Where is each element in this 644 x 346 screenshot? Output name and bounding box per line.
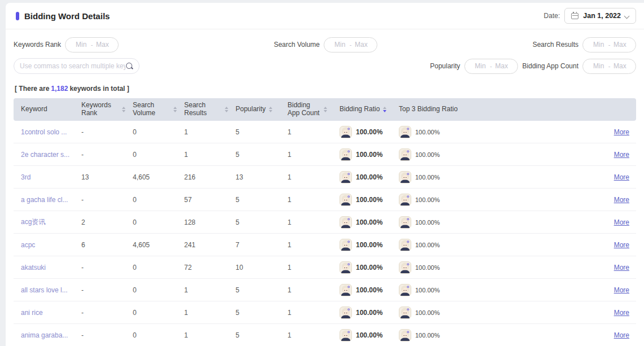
col-header-search-results[interactable]: Search Results [177, 98, 228, 121]
bidding-app-count-cell: 1 [280, 196, 332, 204]
keyword-cell[interactable]: ani rice [14, 309, 74, 317]
col-header-popularity[interactable]: Popularity [228, 98, 280, 121]
search-results-range: - [582, 37, 636, 52]
top3-bidding-ratio-value: 100.00% [415, 219, 440, 226]
keyword-cell[interactable]: 1control solo ... [14, 128, 74, 136]
keyword-cell[interactable]: 3rd [14, 173, 74, 181]
bidding-word-details-panel: Bidding Word Details Date: Jan 1, 2022 K… [6, 3, 644, 346]
table-row: all stars love l...-0151 100.00% 100.00%… [14, 279, 636, 301]
sort-icon[interactable] [324, 107, 327, 112]
keyword-cell[interactable]: akatsuki [14, 264, 74, 271]
more-cell: More [602, 309, 636, 317]
col-header-label: Bidding Ratio [340, 106, 380, 113]
app-icon [399, 284, 411, 296]
app-icon [399, 148, 411, 161]
more-cell: More [602, 331, 636, 339]
sort-icon[interactable] [383, 107, 386, 112]
search-results-min-input[interactable] [590, 41, 608, 49]
top3-bidding-ratio-cell: 100.00% [391, 216, 602, 229]
search-results-max-input[interactable] [611, 41, 629, 49]
bidding-ratio-cell: 100.00% [332, 306, 391, 319]
keyword-cell[interactable]: acg资讯 [14, 217, 74, 227]
more-cell: More [602, 264, 636, 271]
search-volume-cell: 0 [125, 286, 177, 294]
keywords-rank-max-input[interactable] [93, 41, 111, 49]
more-link[interactable]: More [614, 173, 629, 181]
more-link[interactable]: More [614, 128, 629, 136]
search-volume-min-input[interactable] [331, 41, 349, 49]
filter-row-1: Keywords Rank - Search Volume - Search R… [14, 34, 636, 55]
app-icon [399, 329, 411, 341]
keyword-search-input[interactable] [20, 62, 125, 70]
popularity-cell: 5 [228, 218, 280, 226]
search-icon[interactable] [125, 62, 133, 70]
app-icon [399, 171, 411, 183]
col-header-bidding-ratio[interactable]: Bidding Ratio [332, 98, 391, 121]
search-results-cell: 1 [177, 286, 228, 294]
more-link[interactable]: More [614, 241, 629, 249]
bidding-app-count-min-input[interactable] [590, 62, 608, 70]
bidding-ratio-value: 100.00% [356, 286, 382, 294]
app-icon [399, 194, 411, 206]
top3-bidding-ratio-cell: 100.00% [391, 171, 602, 183]
popularity-cell: 5 [228, 309, 280, 317]
popularity-cell: 7 [228, 241, 280, 249]
more-link[interactable]: More [614, 331, 629, 339]
keyword-cell[interactable]: anima garaba... [14, 331, 74, 339]
keywords-rank-cell: - [74, 151, 125, 159]
more-link[interactable]: More [614, 264, 629, 271]
bidding-app-count-max-input[interactable] [611, 62, 629, 70]
table-row: acg资讯2012851 100.00% 100.00%More [14, 211, 636, 234]
col-header-keywords-rank[interactable]: Keywords Rank [74, 98, 125, 121]
app-icon [340, 194, 352, 206]
bidding-ratio-cell: 100.00% [332, 148, 391, 161]
top3-bidding-ratio-value: 100.00% [415, 242, 440, 248]
search-volume-max-input[interactable] [352, 41, 370, 49]
calendar-icon [571, 12, 579, 20]
bidding-ratio-value: 100.00% [356, 128, 382, 136]
more-link[interactable]: More [614, 218, 629, 226]
search-results-cell: 1 [177, 331, 228, 339]
keywords-rank-cell: 6 [74, 241, 125, 249]
popularity-max-input[interactable] [493, 62, 511, 70]
app-icon [340, 306, 352, 319]
bidding-ratio-cell: 100.00% [332, 194, 391, 206]
more-link[interactable]: More [614, 309, 629, 317]
keyword-cell[interactable]: all stars love l... [14, 286, 74, 294]
keyword-cell[interactable]: a gacha life cl... [14, 196, 74, 204]
search-results-cell: 57 [177, 196, 228, 204]
col-header-bidding-app-count[interactable]: Bidding App Count [280, 98, 332, 121]
keyword-cell[interactable]: 2e character s... [14, 151, 74, 159]
more-cell: More [602, 286, 636, 294]
more-link[interactable]: More [614, 286, 629, 294]
filter-row-2: Popularity - Bidding App Count - [14, 55, 636, 77]
more-link[interactable]: More [614, 151, 629, 159]
sort-icon[interactable] [269, 107, 272, 112]
bidding-ratio-value: 100.00% [356, 309, 382, 317]
date-picker-button[interactable]: Jan 1, 2022 [564, 8, 636, 24]
keywords-rank-filter: Keywords Rank - [14, 37, 119, 52]
search-results-cell: 241 [177, 241, 228, 249]
chevron-down-icon [625, 14, 629, 18]
top3-bidding-ratio-value: 100.00% [415, 264, 440, 271]
col-header-label: Search Volume [133, 102, 170, 117]
more-cell: More [602, 151, 636, 159]
bidding-app-count-cell: 1 [280, 218, 332, 226]
top3-bidding-ratio-cell: 100.00% [391, 261, 602, 274]
app-icon [340, 239, 352, 251]
bidding-app-count-cell: 1 [280, 128, 332, 136]
popularity-cell: 5 [228, 286, 280, 294]
top3-bidding-ratio-value: 100.00% [415, 309, 440, 316]
more-link[interactable]: More [614, 196, 629, 204]
top3-bidding-ratio-value: 100.00% [415, 129, 440, 135]
panel-header: Bidding Word Details Date: Jan 1, 2022 [6, 3, 644, 29]
search-volume-label: Search Volume [274, 41, 320, 49]
popularity-min-input[interactable] [471, 62, 489, 70]
bidding-app-count-range: - [582, 59, 636, 74]
bidding-app-count-cell: 1 [280, 286, 332, 294]
col-header-search-volume[interactable]: Search Volume [125, 98, 177, 121]
keyword-cell[interactable]: acpc [14, 241, 74, 249]
search-volume-range: - [324, 37, 377, 52]
bidding-app-count-cell: 1 [280, 264, 332, 271]
keywords-rank-min-input[interactable] [72, 41, 90, 49]
